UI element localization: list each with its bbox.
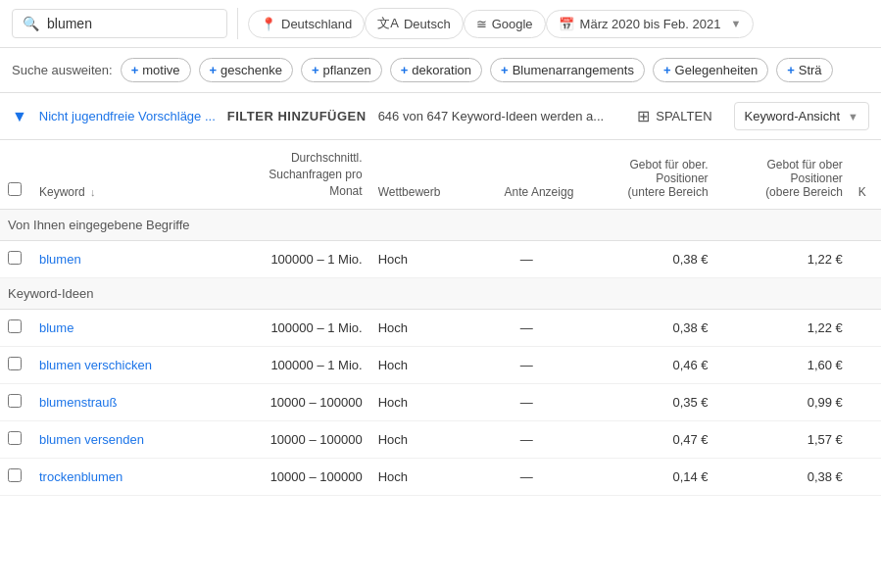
row-bid-low: 0,46 € [581,347,715,384]
columns-button[interactable]: ⊞ SPALTEN [627,101,721,131]
row-ante: — [471,347,581,384]
row-bid-low: 0,38 € [581,241,715,278]
row-competition: Hoch [370,384,471,421]
keyword-table-wrap: Keyword ↓ Durchschnittl. Suchanfragen pr… [0,140,881,496]
table-row: blumen verschicken 100000 – 1 Mio. Hoch … [0,347,881,384]
plus-icon: + [131,63,139,77]
header-monthly: Durchschnittl. Suchanfragen pro Monat [198,140,370,210]
date-range-label: März 2020 bis Feb. 2021 [580,17,721,31]
header-extra: K [851,140,881,210]
row-monthly: 100000 – 1 Mio. [198,241,370,278]
row-bid-high: 0,99 € [716,384,851,421]
search-engine-label: Google [492,17,533,31]
search-input-value: blumen [47,16,92,31]
expand-chip-dekoration[interactable]: + dekoration [390,58,482,82]
search-engine-icon: ≅ [476,17,487,31]
filter-date-range[interactable]: 📅 März 2020 bis Feb. 2021 ▼ [546,10,755,38]
row-keyword: blume [31,310,198,347]
sort-icon[interactable]: ↓ [90,186,96,198]
row-checkbox[interactable] [8,431,22,445]
select-all-checkbox[interactable] [8,182,22,196]
divider [237,8,238,39]
row-monthly: 10000 – 100000 [198,384,370,421]
expand-chip-pflanzen[interactable]: + pflanzen [301,58,382,82]
header-bid-high: Gebot für ober Positioner (obere Bereich [716,140,851,210]
plus-icon: + [401,63,409,77]
row-checkbox[interactable] [8,394,22,408]
row-bid-high: 1,22 € [716,310,851,347]
top-bar: 🔍 blumen 📍 Deutschland 文A Deutsch ≅ Goog… [0,0,881,48]
header-ante: Ante Anzeigg [471,140,581,210]
filter-location[interactable]: 📍 Deutschland [248,10,365,38]
section-ideas: Keyword-Ideen [0,278,881,310]
header-bid-low: Gebot für ober. Positioner (untere Berei… [581,140,715,210]
header-competition: Wettbewerb [370,140,471,210]
row-ante: — [471,310,581,347]
dropdown-arrow-icon: ▼ [848,111,858,122]
table-row: blumenstrauß 10000 – 100000 Hoch — 0,35 … [0,384,881,421]
table-row: blumen versenden 10000 – 100000 Hoch — 0… [0,421,881,459]
row-extra [851,310,881,347]
table-row: trockenblumen 10000 – 100000 Hoch — 0,14… [0,459,881,496]
row-extra [851,459,881,496]
row-extra [851,347,881,384]
chip-label: geschenke [220,63,282,77]
filter-count-text: 646 von 647 Keyword-Ideen werden a... [378,109,616,123]
location-icon: 📍 [261,17,276,31]
keyword-view-button[interactable]: Keyword-Ansicht ▼ [734,102,869,130]
row-checkbox-cell [0,241,31,278]
expand-label: Suche ausweiten: [12,63,113,77]
expand-chip-blumenarrangements[interactable]: + Blumenarrangements [490,58,645,82]
expand-chip-motive[interactable]: + motive [121,58,191,82]
row-checkbox[interactable] [8,319,22,333]
row-checkbox-cell [0,347,31,384]
row-checkbox-cell [0,310,31,347]
expand-chip-extra[interactable]: + Strä [776,58,832,82]
safe-search-link[interactable]: Nicht jugendfreie Vorschläge ... [39,109,216,123]
row-checkbox[interactable] [8,468,22,482]
chip-label: Strä [799,63,822,77]
row-bid-high: 0,38 € [716,459,851,496]
row-monthly: 10000 – 100000 [198,459,370,496]
row-monthly: 100000 – 1 Mio. [198,347,370,384]
filter-row: ▼ Nicht jugendfreie Vorschläge ... FILTE… [0,93,881,140]
filter-icon: ▼ [12,108,27,125]
dropdown-arrow-icon: ▼ [730,18,741,29]
chip-label: motive [142,63,179,77]
search-box[interactable]: 🔍 blumen [12,9,227,38]
section-ideas-label: Keyword-Ideen [0,278,881,310]
table-row: blume 100000 – 1 Mio. Hoch — 0,38 € 1,22… [0,310,881,347]
row-monthly: 10000 – 100000 [198,421,370,459]
row-checkbox[interactable] [8,251,22,265]
row-extra [851,384,881,421]
keyword-view-label: Keyword-Ansicht [745,109,841,123]
plus-icon: + [501,63,509,77]
filter-language[interactable]: 文A Deutsch [365,8,463,39]
row-keyword: blumen [31,241,198,278]
expand-chip-geschenke[interactable]: + geschenke [199,58,293,82]
plus-icon: + [210,63,218,77]
row-bid-low: 0,35 € [581,384,715,421]
section-entered-label: Von Ihnen eingegebene Begriffe [0,210,881,241]
section-entered: Von Ihnen eingegebene Begriffe [0,210,881,241]
expand-chip-gelegenheiten[interactable]: + Gelegenheiten [653,58,768,82]
table-row: blumen 100000 – 1 Mio. Hoch — 0,38 € 1,2… [0,241,881,278]
row-keyword: trockenblumen [31,459,198,496]
row-keyword: blumen verschicken [31,347,198,384]
row-bid-high: 1,22 € [716,241,851,278]
search-icon: 🔍 [23,16,39,31]
table-body: Von Ihnen eingegebene Begriffe blumen 10… [0,210,881,496]
add-filter-button[interactable]: FILTER HINZUFÜGEN [227,109,367,123]
row-checkbox-cell [0,384,31,421]
header-keyword: Keyword ↓ [31,140,198,210]
plus-icon: + [787,63,795,77]
chip-label: Blumenarrangements [513,63,634,77]
table-header-row: Keyword ↓ Durchschnittl. Suchanfragen pr… [0,140,881,210]
calendar-icon: 📅 [559,17,574,31]
plus-icon: + [663,63,671,77]
row-keyword: blumenstrauß [31,384,198,421]
filter-search-engine[interactable]: ≅ Google [464,10,546,38]
row-checkbox[interactable] [8,357,22,370]
row-monthly: 100000 – 1 Mio. [198,310,370,347]
row-bid-high: 1,57 € [716,421,851,459]
